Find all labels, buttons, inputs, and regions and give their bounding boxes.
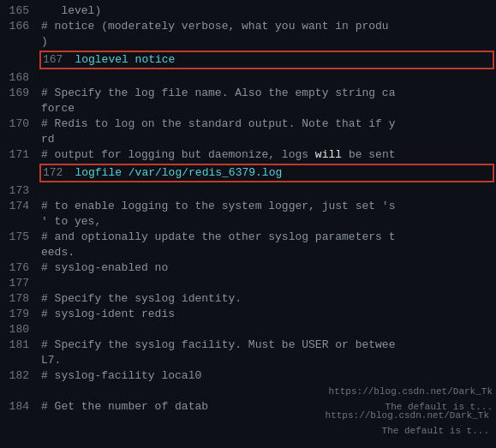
code-line-168: 168 [0,70,496,86]
line-content-175b: eeds. [36,245,496,260]
line-num-174: 174 [0,199,36,214]
line-num-180: 180 [0,322,36,337]
watermark-csdn: https://blog.csdn.net/Dark_Tk [326,410,489,421]
code-line-177: 177 [0,276,496,291]
line-num-170: 170 [0,116,36,132]
line-num-173: 173 [0,183,36,199]
code-editor: 165 level) 166 # notice (moderately verb… [0,0,496,448]
line-num-166: 166 [0,19,36,34]
code-line-173: 173 [0,183,496,199]
line-num-167: 167 [43,52,69,68]
line-content-174: # to enable logging to the system logger… [36,199,496,214]
line-num-171: 171 [0,147,36,163]
code-line-174b: ' to yes, [0,214,496,230]
line-content-170: # Redis to log on the standard output. N… [36,116,496,132]
line-content-168 [36,70,496,86]
line-num-170b [0,132,36,147]
line-num-183 [0,384,36,399]
line-content-179: # syslog-ident redis [36,307,496,322]
code-line-179: 179 # syslog-ident redis [0,307,496,322]
line-content-181b: L7. [36,353,496,368]
line-content-170b: rd [36,132,496,147]
line-num-169: 169 [0,86,36,101]
code-line-170b: rd [0,132,496,147]
code-line-175b: eeds. [0,245,496,260]
code-line-165: 165 level) [0,3,496,19]
line-num-169b [0,101,36,116]
line-num-178: 178 [0,291,36,307]
code-line-180: 180 [0,322,496,337]
code-line-169: 169 # Specify the log file name. Also th… [0,86,496,101]
line-content-173 [36,183,496,199]
line-content-171: # output for logging but daemonize, logs… [36,147,496,163]
code-line-169b: force [0,101,496,116]
line-content-174b: ' to yes, [36,214,496,230]
line-content-166b: ) [36,34,496,50]
line-content-165: level) [36,3,496,19]
highlight-box-logfile: 172 logfile /var/log/redis_6379.log [39,164,494,182]
code-line-171: 171 # output for logging but daemonize, … [0,147,496,163]
code-line-172: 172 logfile /var/log/redis_6379.log [43,165,491,181]
line-content-181: # Specify the syslog facility. Must be U… [36,337,496,353]
line-content-180 [36,322,496,337]
line-content-167: loglevel notice [69,52,491,68]
line-content-169: # Specify the log file name. Also the em… [36,86,496,101]
code-line-175: 175 # and optionally update the other sy… [0,230,496,245]
watermark-url: https://blog.csdn.net/Dark_Tk [329,384,493,399]
code-lines: 165 level) 166 # notice (moderately verb… [0,0,496,418]
code-line-182: 182 # syslog-facility local0 [0,368,496,384]
line-content-182: # syslog-facility local0 [36,368,496,384]
line-content-172: logfile /var/log/redis_6379.log [69,165,491,181]
line-num-172: 172 [43,165,69,181]
line-num-177: 177 [0,276,36,291]
code-line-183: https://blog.csdn.net/Dark_Tk [0,384,496,399]
code-line-170: 170 # Redis to log on the standard outpu… [0,116,496,132]
code-line-174: 174 # to enable logging to the system lo… [0,199,496,214]
line-content-166: # notice (moderately verbose, what you w… [36,19,496,34]
watermark-default-text: The default is t... [382,426,489,436]
line-num-166b [0,34,36,50]
highlight-box-loglevel: 167 loglevel notice [39,51,494,69]
line-num-176: 176 [0,260,36,276]
line-num-181: 181 [0,337,36,353]
line-content-175: # and optionally update the other syslog… [36,230,496,245]
line-num-175: 175 [0,230,36,245]
line-num-182: 182 [0,368,36,384]
line-num-184: 184 [0,399,36,415]
code-line-176: 176 # syslog-enabled no [0,260,496,276]
line-num-174b [0,214,36,230]
line-num-165: 165 [0,3,36,19]
line-num-179: 179 [0,307,36,322]
code-line-166: 166 # notice (moderately verbose, what y… [0,19,496,34]
line-content-169b: force [36,101,496,116]
code-line-166b: ) [0,34,496,50]
line-num-181b [0,353,36,368]
line-content-178: # Specify the syslog identity. [36,291,496,307]
code-line-181: 181 # Specify the syslog facility. Must … [0,337,496,353]
code-line-181b: L7. [0,353,496,368]
line-content-177 [36,276,496,291]
code-line-167: 167 loglevel notice [43,52,491,68]
code-line-178: 178 # Specify the syslog identity. [0,291,496,307]
line-num-168: 168 [0,70,36,86]
line-num-175b [0,245,36,260]
line-content-176: # syslog-enabled no [36,260,496,276]
